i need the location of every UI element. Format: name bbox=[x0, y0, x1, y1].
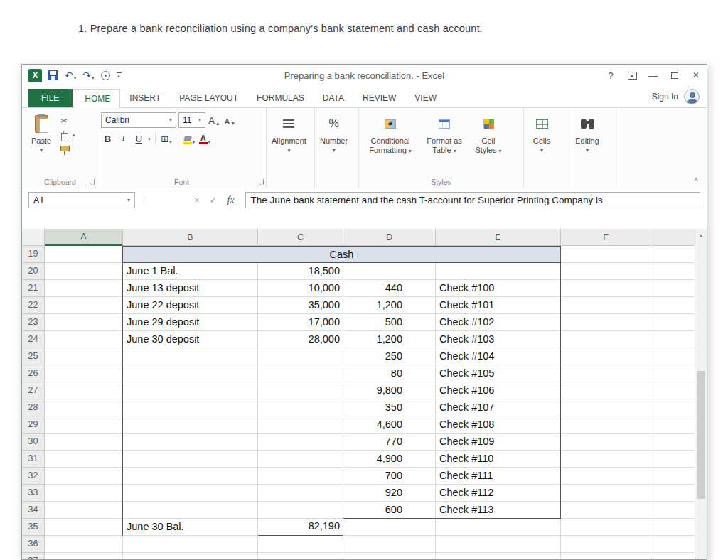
cell-d27[interactable]: 9,800 bbox=[343, 382, 436, 399]
cell[interactable] bbox=[45, 553, 123, 559]
cell[interactable] bbox=[45, 263, 123, 280]
cell[interactable] bbox=[45, 382, 123, 399]
conditional-formatting-button[interactable]: ≠ Conditional Formatting ▾ bbox=[361, 111, 419, 158]
help-button[interactable]: ? bbox=[600, 65, 621, 86]
cell[interactable] bbox=[45, 399, 123, 416]
row-header[interactable]: 34 bbox=[22, 502, 45, 519]
insert-function-icon[interactable]: fx bbox=[228, 195, 235, 206]
cell-b23[interactable]: June 29 deposit bbox=[123, 314, 258, 331]
cell-e32[interactable]: Check #111 bbox=[436, 468, 561, 485]
cell-d24[interactable]: 1,200 bbox=[343, 331, 436, 348]
tab-view[interactable]: VIEW bbox=[405, 89, 446, 107]
cell[interactable] bbox=[45, 451, 123, 468]
cell[interactable] bbox=[436, 536, 561, 553]
cell[interactable] bbox=[45, 331, 123, 348]
cell-e22[interactable]: Check #101 bbox=[436, 297, 561, 314]
underline-button[interactable]: U bbox=[132, 131, 146, 146]
cell[interactable] bbox=[561, 297, 651, 314]
enter-icon[interactable]: ✓ bbox=[210, 195, 218, 205]
row-header[interactable]: 21 bbox=[22, 280, 45, 297]
cell[interactable] bbox=[258, 553, 343, 559]
row-header[interactable]: 37 bbox=[22, 553, 45, 559]
cell-e28[interactable]: Check #107 bbox=[436, 399, 561, 416]
cell[interactable] bbox=[45, 519, 123, 536]
cell[interactable] bbox=[561, 280, 651, 297]
cell[interactable] bbox=[561, 331, 651, 348]
cell[interactable] bbox=[45, 416, 123, 434]
cell-b35[interactable]: June 30 Bal. bbox=[123, 519, 258, 536]
cell[interactable] bbox=[123, 365, 258, 382]
cell-d22[interactable]: 1,200 bbox=[343, 297, 436, 314]
cell-c35[interactable]: 82,190 bbox=[258, 519, 343, 536]
cell[interactable] bbox=[561, 246, 651, 263]
cell[interactable] bbox=[123, 399, 258, 416]
row-header[interactable]: 20 bbox=[22, 263, 45, 280]
cell[interactable] bbox=[436, 519, 561, 536]
cell[interactable] bbox=[258, 485, 343, 502]
customize-qat-button[interactable]: ▾ bbox=[117, 72, 122, 79]
cell[interactable] bbox=[561, 485, 651, 502]
cell[interactable] bbox=[123, 348, 258, 365]
cell-c24[interactable]: 28,000 bbox=[258, 331, 343, 348]
cell[interactable] bbox=[45, 536, 123, 553]
row-header[interactable]: 33 bbox=[22, 485, 45, 502]
cell-d28[interactable]: 350 bbox=[343, 399, 436, 416]
cell-cash-title[interactable]: Cash bbox=[123, 246, 561, 263]
cell-b20[interactable]: June 1 Bal. bbox=[123, 263, 258, 280]
fill-color-button[interactable]: ▾ bbox=[183, 131, 196, 146]
cell-e25[interactable]: Check #104 bbox=[436, 348, 561, 365]
cell[interactable] bbox=[45, 246, 123, 263]
tab-page-layout[interactable]: PAGE LAYOUT bbox=[170, 89, 247, 107]
editing-button[interactable]: Editing ▾ bbox=[572, 111, 603, 156]
font-color-button[interactable]: A▾ bbox=[198, 131, 212, 146]
cell[interactable] bbox=[561, 536, 651, 553]
paste-button[interactable]: Paste ▾ bbox=[26, 111, 57, 156]
cell[interactable] bbox=[45, 434, 123, 451]
excel-logo-icon[interactable]: X bbox=[28, 69, 42, 82]
cell[interactable] bbox=[45, 297, 123, 314]
cell[interactable] bbox=[123, 553, 258, 559]
cell[interactable] bbox=[343, 553, 436, 559]
cell-d26[interactable]: 80 bbox=[343, 365, 436, 382]
vertical-scrollbar[interactable]: ▲ bbox=[695, 229, 707, 559]
row-header[interactable]: 29 bbox=[22, 416, 45, 434]
cell-d31[interactable]: 4,900 bbox=[343, 451, 436, 468]
cell[interactable] bbox=[45, 468, 123, 485]
row-header[interactable]: 31 bbox=[22, 451, 45, 468]
cell-d34[interactable]: 600 bbox=[343, 502, 436, 519]
cell[interactable] bbox=[123, 451, 258, 468]
redo-button[interactable]: ↷▾ bbox=[82, 71, 94, 80]
column-header-d[interactable]: D bbox=[343, 229, 436, 246]
cut-button[interactable]: ✂ bbox=[58, 114, 77, 126]
cell[interactable] bbox=[561, 519, 651, 536]
row-header[interactable]: 30 bbox=[22, 434, 45, 451]
copy-button[interactable]: ▾ bbox=[58, 129, 77, 141]
tab-file[interactable]: FILE bbox=[28, 89, 73, 107]
tab-insert[interactable]: INSERT bbox=[120, 89, 170, 107]
format-as-table-button[interactable]: Format as Table ▾ bbox=[419, 111, 469, 158]
row-header[interactable]: 36 bbox=[22, 536, 45, 553]
dialog-launcher-icon[interactable] bbox=[88, 179, 95, 185]
cell[interactable] bbox=[258, 416, 343, 434]
cell-b24[interactable]: June 30 deposit bbox=[123, 331, 258, 348]
cell-c21[interactable]: 10,000 bbox=[258, 280, 343, 297]
cell-c20[interactable]: 18,500 bbox=[258, 263, 343, 280]
cell[interactable] bbox=[258, 382, 343, 399]
cell[interactable] bbox=[561, 314, 651, 331]
tab-data[interactable]: DATA bbox=[314, 89, 353, 107]
ribbon-display-options-button[interactable]: ▲ bbox=[621, 65, 643, 86]
row-header[interactable]: 23 bbox=[22, 314, 45, 331]
tab-formulas[interactable]: FORMULAS bbox=[247, 89, 314, 107]
cell[interactable] bbox=[561, 451, 651, 468]
cell[interactable] bbox=[123, 416, 258, 434]
bold-button[interactable]: B bbox=[101, 131, 114, 146]
column-header-e[interactable]: E bbox=[436, 229, 561, 246]
cell[interactable] bbox=[561, 502, 651, 519]
cell[interactable] bbox=[123, 382, 258, 399]
cell-d21[interactable]: 440 bbox=[343, 280, 436, 297]
cell[interactable] bbox=[123, 536, 258, 553]
cell[interactable] bbox=[258, 451, 343, 468]
cell-e30[interactable]: Check #109 bbox=[436, 434, 561, 451]
cell[interactable] bbox=[45, 365, 123, 382]
row-header[interactable]: 19 bbox=[22, 246, 45, 263]
